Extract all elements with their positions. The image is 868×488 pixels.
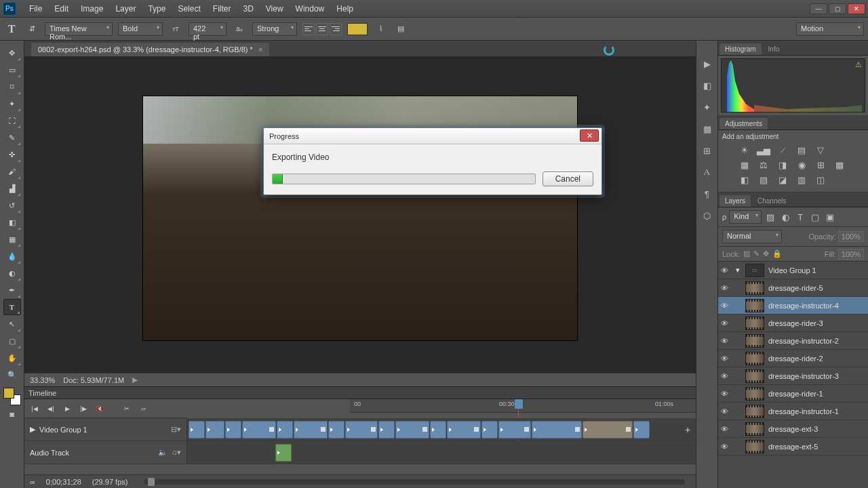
warp-text-button[interactable]: ⌇ xyxy=(373,22,388,37)
layer-row[interactable]: 👁dressage-instructor-3 xyxy=(718,367,868,385)
video-clip[interactable] xyxy=(395,421,429,439)
filter-adjust-icon[interactable]: ◐ xyxy=(779,211,791,222)
threshold-icon[interactable]: ◪ xyxy=(776,174,789,185)
menu-3d[interactable]: 3D xyxy=(237,4,259,14)
adjustments-tab[interactable]: Adjustments xyxy=(719,118,768,129)
track-options-icon[interactable]: ⊟▾ xyxy=(171,425,181,434)
lasso-tool[interactable]: ⌑ xyxy=(3,79,21,95)
video-clip[interactable] xyxy=(225,421,241,439)
menu-select[interactable]: Select xyxy=(172,4,206,14)
posterize-icon[interactable]: ▨ xyxy=(757,174,770,185)
maximize-button[interactable]: ▢ xyxy=(829,3,846,14)
hand-tool[interactable]: ✋ xyxy=(3,350,21,366)
video-clip[interactable] xyxy=(481,421,498,439)
color-balance-icon[interactable]: ⚖ xyxy=(757,159,770,170)
gradient-tool[interactable]: ▦ xyxy=(3,231,21,247)
layer-row[interactable]: 👁dressage-rider-3 xyxy=(718,314,868,332)
blur-tool[interactable]: 💧 xyxy=(3,248,21,264)
video-clip[interactable] xyxy=(205,421,224,439)
prev-frame-button[interactable]: ◀| xyxy=(45,403,57,415)
video-clip[interactable] xyxy=(242,421,276,439)
rectangle-tool[interactable]: ▢ xyxy=(3,333,21,349)
layer-filter-dropdown[interactable]: Kind xyxy=(729,210,762,224)
type-tool[interactable]: T xyxy=(3,299,21,315)
filter-type-icon[interactable]: T xyxy=(794,211,806,222)
font-size-dropdown[interactable]: 422 pt xyxy=(189,22,226,36)
menu-window[interactable]: Window xyxy=(290,4,331,14)
layer-row[interactable]: 👁dressage-instructor-1 xyxy=(718,403,868,420)
goto-first-frame-button[interactable]: |◀ xyxy=(28,403,41,415)
audio-options-icon[interactable]: ♫▾ xyxy=(172,448,181,457)
play-button[interactable]: ▶ xyxy=(61,403,73,415)
layer-row[interactable]: 👁dressage-rider-2 xyxy=(718,350,868,367)
video-clip[interactable] xyxy=(430,421,446,439)
move-tool[interactable]: ✥ xyxy=(3,45,21,61)
video-clip[interactable] xyxy=(277,421,293,439)
play-icon[interactable]: ▶ xyxy=(701,57,714,70)
add-media-button[interactable]: + xyxy=(681,424,694,435)
transition-button[interactable]: ▱ xyxy=(137,403,149,415)
vibrance-icon[interactable]: ▽ xyxy=(814,144,827,155)
dialog-close-button[interactable]: ✕ xyxy=(580,129,599,142)
video-clip[interactable] xyxy=(328,421,344,439)
timecode[interactable]: 0;00;31;28 xyxy=(46,478,81,486)
channel-mixer-icon[interactable]: ⊞ xyxy=(814,159,827,170)
adjustments-icon[interactable]: ◧ xyxy=(701,79,714,92)
timeline-tab[interactable]: Timeline xyxy=(28,389,56,397)
visibility-toggle-icon[interactable]: 👁 xyxy=(721,443,730,451)
blend-mode-dropdown[interactable]: Normal xyxy=(722,230,782,243)
canvas-area[interactable] xyxy=(24,57,696,373)
visibility-toggle-icon[interactable]: 👁 xyxy=(721,284,730,292)
video-clip[interactable] xyxy=(583,421,633,439)
path-selection-tool[interactable]: ↖ xyxy=(3,316,21,332)
filter-pixel-icon[interactable]: ▨ xyxy=(764,211,776,222)
magic-wand-tool[interactable]: ✦ xyxy=(3,96,21,112)
video-clip[interactable] xyxy=(532,421,582,439)
histogram-tab[interactable]: Histogram xyxy=(719,43,762,55)
text-color-swatch[interactable] xyxy=(347,23,368,35)
timeline-ruler[interactable]: 00 00:30 01:00s xyxy=(350,399,696,413)
3d-icon[interactable]: ⬡ xyxy=(701,209,714,222)
visibility-toggle-icon[interactable]: 👁 xyxy=(721,266,730,274)
filter-shape-icon[interactable]: ▢ xyxy=(809,211,821,222)
document-tab[interactable]: 0802-export-h264.psd @ 33.3% (dressage-i… xyxy=(31,43,269,56)
clone-stamp-tool[interactable]: ▟ xyxy=(3,180,21,197)
video-clip[interactable] xyxy=(378,421,395,439)
font-weight-dropdown[interactable]: Bold xyxy=(118,22,163,36)
visibility-toggle-icon[interactable]: 👁 xyxy=(721,319,730,327)
marquee-tool[interactable]: ▭ xyxy=(3,62,21,78)
curves-icon[interactable]: ⟋ xyxy=(776,144,789,155)
close-tab-icon[interactable]: × xyxy=(258,45,262,54)
layer-row[interactable]: 👁dressage-rider-1 xyxy=(718,385,868,403)
exposure-icon[interactable]: ▤ xyxy=(795,144,808,155)
font-family-dropdown[interactable]: Times New Rom... xyxy=(45,22,113,36)
histogram-warning-icon[interactable]: ⚠ xyxy=(855,60,862,69)
align-left-button[interactable] xyxy=(302,23,315,35)
menu-file[interactable]: File xyxy=(23,4,48,14)
gradient-map-icon[interactable]: ▥ xyxy=(795,174,808,185)
visibility-toggle-icon[interactable]: 👁 xyxy=(721,425,730,433)
menu-image[interactable]: Image xyxy=(75,4,109,14)
playhead[interactable] xyxy=(515,399,523,409)
video-clip[interactable] xyxy=(294,421,328,439)
styles-icon[interactable]: ✦ xyxy=(701,100,714,114)
crop-tool[interactable]: ⛶ xyxy=(3,113,21,129)
brightness-contrast-icon[interactable]: ☀ xyxy=(738,144,751,155)
layer-row[interactable]: 👁dressage-ext-5 xyxy=(718,438,868,455)
split-clip-button[interactable]: ✂ xyxy=(121,403,133,415)
healing-brush-tool[interactable]: ✜ xyxy=(3,146,21,163)
levels-icon[interactable]: ▃▅ xyxy=(757,144,770,155)
layer-row[interactable]: 👁dressage-rider-5 xyxy=(718,279,868,297)
quick-mask-button[interactable]: ◙ xyxy=(3,406,21,422)
video-clip[interactable] xyxy=(633,421,650,439)
layer-row[interactable]: 👁dressage-instructor-2 xyxy=(718,332,868,350)
color-lookup-icon[interactable]: ▩ xyxy=(833,159,846,170)
next-frame-button[interactable]: |▶ xyxy=(77,403,90,415)
character-icon[interactable]: A xyxy=(701,165,714,179)
filter-smart-icon[interactable]: ▣ xyxy=(824,211,836,222)
paragraph-icon[interactable]: ¶ xyxy=(701,187,714,201)
brush-tool[interactable]: 🖌 xyxy=(3,163,21,180)
zoom-tool[interactable]: 🔍 xyxy=(3,367,21,383)
invert-icon[interactable]: ◧ xyxy=(738,174,751,185)
visibility-toggle-icon[interactable]: 👁 xyxy=(721,337,730,345)
